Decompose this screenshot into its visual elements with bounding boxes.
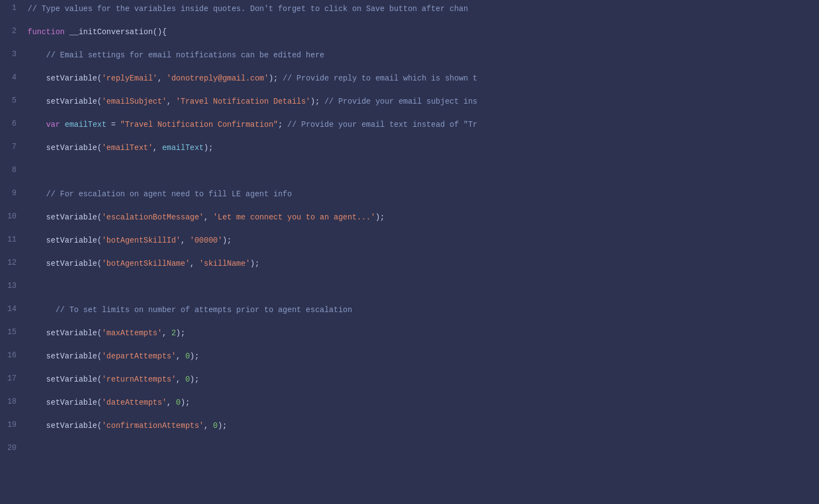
line-number: 10 [0,211,28,221]
line-content: setVariable('escalationBotMessage', 'Let… [28,211,819,223]
line-content: setVariable('botAgentSkillName', 'skillN… [28,257,819,270]
code-line: 15 setVariable('maxAttempts', 2); [0,324,819,347]
line-number: 6 [0,118,28,128]
line-content: // Email settings for email notification… [28,49,819,61]
line-content: setVariable('confirmationAttempts', 0); [28,419,819,432]
code-line: 8 [0,162,819,185]
line-content: var emailText = "Travel Notification Con… [28,118,819,131]
line-number: 17 [0,373,28,383]
code-line: 20 [0,440,819,463]
line-content: setVariable('emailText', emailText); [28,141,819,154]
line-content: function __initConversation(){ [28,25,819,38]
line-content: setVariable('returnAttempts', 0); [28,373,819,385]
line-number: 13 [0,280,28,290]
line-number: 5 [0,95,28,105]
line-number: 7 [0,141,28,151]
code-line: 18 setVariable('dateAttempts', 0); [0,394,819,417]
line-content: // To set limits on number of attempts p… [28,303,819,316]
code-line: 9 // For escalation on agent need to fil… [0,185,819,208]
code-line: 3 // Email settings for email notificati… [0,46,819,69]
line-number: 2 [0,25,28,35]
line-content: setVariable('botAgentSkillId', '00000'); [28,234,819,246]
code-line: 5 setVariable('emailSubject', 'Travel No… [0,93,819,116]
code-line: 2function __initConversation(){ [0,23,819,46]
code-line: 10 setVariable('escalationBotMessage', '… [0,208,819,232]
code-line: 19 setVariable('confirmationAttempts', 0… [0,417,819,440]
line-number: 18 [0,396,28,406]
line-number: 9 [0,187,28,197]
line-content [28,280,819,281]
line-content: setVariable('replyEmail', 'donotreply@gm… [28,72,819,84]
code-line: 7 setVariable('emailText', emailText); [0,139,819,162]
line-number: 14 [0,303,28,313]
line-number: 8 [0,164,28,174]
code-line: 16 setVariable('departAttempts', 0); [0,347,819,371]
code-line: 17 setVariable('returnAttempts', 0); [0,371,819,394]
line-content: // Type values for the variables inside … [28,2,819,15]
line-number: 19 [0,419,28,429]
code-line: 11 setVariable('botAgentSkillId', '00000… [0,232,819,255]
line-number: 1 [0,2,28,12]
line-number: 16 [0,350,28,360]
code-editor: 1// Type values for the variables inside… [0,0,819,504]
line-number: 15 [0,326,28,336]
line-number: 12 [0,257,28,267]
line-content: setVariable('dateAttempts', 0); [28,396,819,409]
code-line: 14 // To set limits on number of attempt… [0,301,819,324]
code-line: 13 [0,278,819,301]
line-content [28,442,819,443]
line-number: 3 [0,49,28,58]
line-content: setVariable('departAttempts', 0); [28,350,819,362]
line-number: 20 [0,442,28,452]
code-line: 4 setVariable('replyEmail', 'donotreply@… [0,69,819,93]
code-line: 6 var emailText = "Travel Notification C… [0,116,819,139]
line-content [28,164,819,165]
line-content: setVariable('maxAttempts', 2); [28,326,819,339]
line-content: // For escalation on agent need to fill … [28,187,819,200]
code-line: 12 setVariable('botAgentSkillName', 'ski… [0,255,819,278]
line-number: 4 [0,72,28,82]
line-number: 11 [0,234,28,244]
line-content: setVariable('emailSubject', 'Travel Noti… [28,95,819,108]
code-line: 1// Type values for the variables inside… [0,0,819,23]
